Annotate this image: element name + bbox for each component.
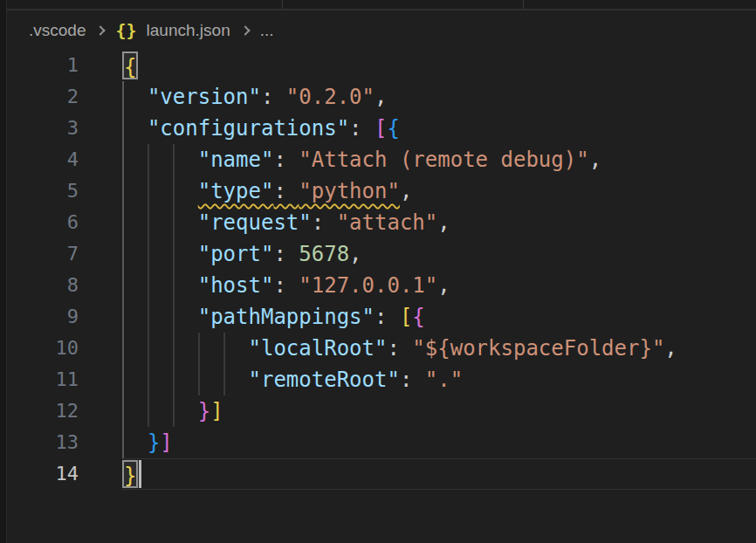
token-b1: [ bbox=[400, 305, 412, 329]
code-text[interactable]: } bbox=[122, 458, 756, 490]
token-pun: : bbox=[273, 273, 299, 298]
tab-bar-bottom-edge bbox=[7, 0, 756, 10]
line-number[interactable]: 1 bbox=[7, 50, 79, 81]
token-b2: [ bbox=[375, 116, 387, 141]
token-key: "name" bbox=[198, 148, 274, 172]
token-key: "host" bbox=[198, 273, 274, 298]
chevron-right-icon bbox=[96, 25, 106, 35]
line-number[interactable]: 2 bbox=[7, 81, 79, 113]
code-line-14: 14} bbox=[7, 458, 756, 490]
token-num: 5678 bbox=[299, 242, 349, 266]
code-text[interactable]: "localRoot": "${workspaceFolder}", bbox=[122, 333, 756, 364]
token-pun: : bbox=[273, 148, 299, 172]
code-text[interactable]: { bbox=[122, 50, 756, 81]
token-pun: : bbox=[273, 179, 299, 203]
breadcrumb-folder[interactable]: .vscode bbox=[29, 21, 86, 40]
token-str: "127.0.0.1" bbox=[299, 273, 437, 298]
token-pun: , bbox=[589, 148, 601, 172]
line-number[interactable]: 6 bbox=[7, 207, 79, 238]
token-pun: , bbox=[400, 179, 412, 203]
left-edge-strip bbox=[0, 0, 7, 543]
token-pun: : bbox=[312, 210, 337, 235]
code-text[interactable]: "host": "127.0.0.1", bbox=[122, 270, 756, 301]
code-line-3: 3 "configurations": [{ bbox=[7, 113, 756, 144]
line-number[interactable]: 12 bbox=[7, 395, 79, 427]
token-b2: ] bbox=[160, 430, 172, 455]
code-line-13: 13 }] bbox=[7, 427, 756, 458]
token-str: "attach" bbox=[337, 210, 438, 235]
token-b2: { bbox=[412, 305, 424, 329]
token-pun: : bbox=[387, 336, 412, 361]
code-editor[interactable]: 1{2 "version": "0.2.0",3 "configurations… bbox=[7, 50, 756, 543]
chevron-right-icon bbox=[240, 25, 250, 35]
breadcrumb-file[interactable]: launch.json bbox=[147, 21, 230, 40]
token-key: "port" bbox=[198, 242, 274, 266]
token-pun: : bbox=[349, 116, 375, 141]
line-number[interactable]: 7 bbox=[7, 238, 79, 270]
breadcrumb: .vscode {} launch.json ... bbox=[7, 10, 756, 50]
token-key: "version" bbox=[148, 85, 261, 109]
token-str: "." bbox=[425, 368, 463, 392]
code-text[interactable]: "pathMappings": [{ bbox=[122, 301, 756, 333]
code-line-11: 11 "remoteRoot": "." bbox=[7, 364, 756, 395]
text-cursor bbox=[139, 460, 141, 488]
token-str: "0.2.0" bbox=[286, 85, 375, 109]
code-line-12: 12 }] bbox=[7, 395, 756, 427]
token-b1: ] bbox=[210, 399, 223, 423]
token-pun: , bbox=[437, 210, 450, 235]
token-str: "Attach (remote debug)" bbox=[299, 148, 588, 172]
code-line-5: 5 "type": "python", bbox=[7, 175, 756, 207]
token-pun: , bbox=[349, 242, 361, 266]
vscode-window: .vscode {} launch.json ... 1{2 "version"… bbox=[0, 0, 756, 543]
code-line-6: 6 "request": "attach", bbox=[7, 207, 756, 238]
token-str: "python" bbox=[299, 179, 400, 203]
code-text[interactable]: "port": 5678, bbox=[122, 238, 756, 270]
code-text[interactable]: }] bbox=[122, 395, 756, 427]
code-line-7: 7 "port": 5678, bbox=[7, 238, 756, 270]
code-line-9: 9 "pathMappings": [{ bbox=[7, 301, 756, 333]
line-number[interactable]: 14 bbox=[7, 458, 79, 490]
line-number[interactable]: 13 bbox=[7, 427, 79, 458]
code-line-10: 10 "localRoot": "${workspaceFolder}", bbox=[7, 333, 756, 364]
warning-squiggle: "type": "python" bbox=[198, 179, 400, 203]
bracket-match-box: { bbox=[122, 52, 138, 79]
code-text[interactable]: "type": "python", bbox=[122, 175, 756, 207]
token-str: "${workspaceFolder}" bbox=[412, 336, 664, 361]
code-text[interactable]: "request": "attach", bbox=[122, 207, 756, 238]
breadcrumb-ellipsis[interactable]: ... bbox=[260, 21, 274, 40]
token-key: "request" bbox=[198, 210, 312, 235]
line-number[interactable]: 5 bbox=[7, 175, 79, 207]
line-number[interactable]: 8 bbox=[7, 270, 79, 301]
token-pun: : bbox=[400, 368, 425, 392]
code-text[interactable]: "name": "Attach (remote debug)", bbox=[122, 144, 756, 175]
token-key: "configurations" bbox=[148, 116, 349, 141]
code-line-2: 2 "version": "0.2.0", bbox=[7, 81, 756, 113]
line-number[interactable]: 9 bbox=[7, 301, 79, 333]
token-key: "pathMappings" bbox=[198, 305, 375, 329]
token-key: "type" bbox=[198, 179, 274, 203]
line-number[interactable]: 3 bbox=[7, 113, 79, 144]
token-pun: , bbox=[664, 336, 677, 361]
code-text[interactable]: "remoteRoot": "." bbox=[122, 364, 756, 395]
token-key: "remoteRoot" bbox=[249, 368, 400, 392]
token-b3: { bbox=[387, 116, 399, 141]
code-text[interactable]: }] bbox=[122, 427, 756, 458]
json-symbol-icon: {} bbox=[115, 20, 136, 41]
editor-group: .vscode {} launch.json ... 1{2 "version"… bbox=[7, 0, 756, 543]
bracket-match-box: } bbox=[122, 460, 138, 488]
code-line-4: 4 "name": "Attach (remote debug)", bbox=[7, 144, 756, 175]
line-number[interactable]: 11 bbox=[7, 364, 79, 395]
code-line-1: 1{ bbox=[7, 50, 756, 81]
token-pun: : bbox=[261, 85, 286, 109]
code-line-8: 8 "host": "127.0.0.1", bbox=[7, 270, 756, 301]
code-text[interactable]: "version": "0.2.0", bbox=[122, 81, 756, 113]
tab-separator bbox=[282, 0, 283, 9]
line-number[interactable]: 10 bbox=[7, 333, 79, 364]
token-b3: } bbox=[148, 430, 160, 455]
token-pun: : bbox=[375, 305, 400, 329]
code-text[interactable]: "configurations": [{ bbox=[122, 113, 756, 144]
line-number[interactable]: 4 bbox=[7, 144, 79, 175]
tab-separator bbox=[523, 0, 524, 9]
token-pun: : bbox=[273, 242, 299, 266]
token-b2: } bbox=[198, 399, 210, 423]
